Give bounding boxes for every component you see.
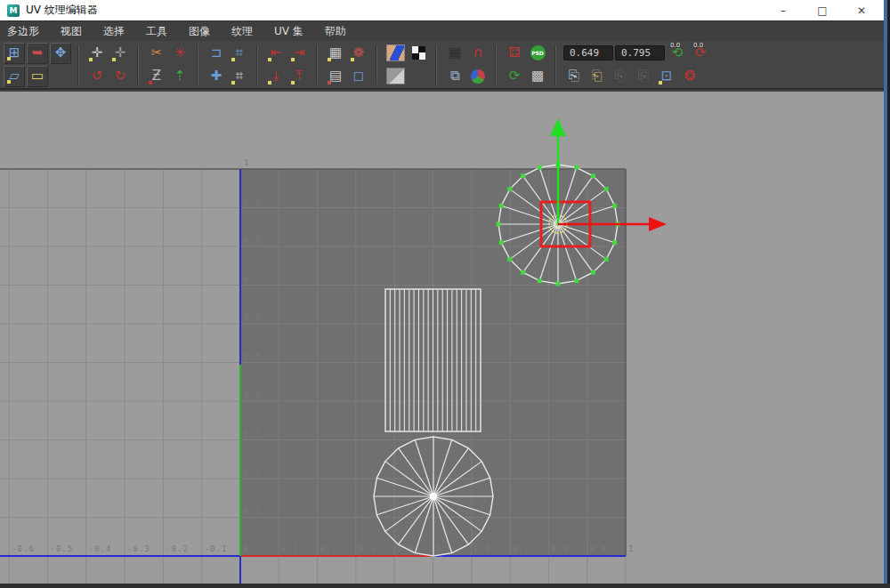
menu-bar: 多边形视图选择工具图像纹理UV 集帮助 (0, 20, 890, 42)
unitize-uvs-icon: ✚ (211, 69, 222, 83)
move-uv-shell-tool-button[interactable]: ✥ (50, 43, 71, 64)
menu-item-7[interactable]: 帮助 (314, 21, 357, 42)
align-uvs-left-button[interactable]: ⇤ (265, 43, 287, 64)
align-uvs-up-button[interactable]: ⤒ (288, 66, 310, 87)
minimize-button[interactable]: – (764, 0, 803, 20)
flip-u-button[interactable]: ✛ (86, 43, 108, 64)
rotate-angle-ccw-button[interactable]: ⟲0.0 (667, 43, 688, 64)
paste-v-button[interactable]: ⎘ (633, 66, 654, 87)
rotate-uvs-cw-button[interactable]: ↻ (109, 66, 131, 87)
cut-uv-edges-icon: ✂ (151, 46, 163, 60)
svg-text:0.2: 0.2 (244, 468, 261, 477)
svg-text:0.3: 0.3 (244, 430, 261, 439)
uv-snapshot-icon: ▩ (531, 69, 544, 83)
accent-dot-icon (231, 58, 235, 61)
angle-value-label: 0.0 (670, 42, 680, 49)
uv-snapshot-button[interactable]: ▩ (527, 66, 548, 87)
svg-text:0.1: 0.1 (244, 507, 261, 516)
split-uvs-button[interactable]: ✳ (169, 43, 190, 64)
accent-dot-icon (268, 81, 271, 85)
display-checkered-button[interactable] (408, 43, 429, 64)
accent-dot-icon (268, 58, 271, 61)
layout-uvs-button[interactable]: ⌗ (229, 66, 250, 87)
move-and-sew-uv-edges-icon: ⇡ (174, 69, 186, 83)
rotate-angle-cw-button[interactable]: ⟳0.0 (690, 43, 711, 64)
cut-uv-edges-button[interactable]: ✂ (146, 43, 167, 64)
svg-text:0: 0 (243, 544, 248, 553)
accent-dot-icon (351, 58, 354, 61)
uv-smudge-tool-button[interactable]: ➥ (27, 43, 48, 64)
menu-item-1[interactable]: 视图 (50, 21, 93, 42)
select-shortest-edge-path-tool-button[interactable]: ▭ (27, 66, 48, 87)
title-bar: M UV 纹理编辑器 – □ ✕ (0, 0, 890, 20)
fold-uvs-button[interactable]: ⊐ (206, 43, 227, 64)
svg-text:0.6: 0.6 (244, 313, 261, 322)
display-checkered-icon (412, 46, 425, 60)
svg-text:-0.5: -0.5 (51, 544, 74, 553)
svg-text:0.9: 0.9 (590, 544, 607, 553)
cycle-uvs-button[interactable]: ❂ (679, 66, 700, 87)
select-shortest-edge-path-tool-icon: ▭ (31, 69, 44, 83)
menu-item-2[interactable]: 选择 (93, 21, 135, 42)
toolbar-separator (375, 45, 379, 85)
menu-item-0[interactable]: 多边形 (0, 21, 50, 42)
uv-lattice-tool-button[interactable]: ⊞ (4, 43, 25, 64)
toolbar-separator (494, 45, 498, 85)
menu-item-4[interactable]: 图像 (178, 21, 221, 42)
relax-uvs-button[interactable]: ❁ (348, 43, 369, 64)
pixel-snap-button[interactable]: ∩ (467, 43, 489, 64)
rotate-uvs-ccw-button[interactable]: ↺ (86, 66, 108, 87)
menu-item-5[interactable]: 纹理 (221, 21, 263, 42)
maximize-button[interactable]: □ (803, 0, 842, 20)
v-coordinate-field[interactable]: 0.795 (615, 45, 665, 60)
align-uvs-down-button[interactable]: ⤓ (265, 66, 287, 87)
accent-dot-icon (231, 81, 235, 85)
copy-uvs-button[interactable]: ⎘ (563, 66, 585, 87)
svg-text:0.1: 0.1 (281, 544, 298, 553)
uv-lattice-flip-button[interactable]: ▱ (4, 66, 25, 87)
dim-image-icon (386, 68, 405, 85)
svg-text:-0.6: -0.6 (12, 544, 35, 553)
svg-text:1: 1 (628, 544, 634, 553)
paste-uvs-button[interactable]: ⎗ (587, 66, 608, 87)
interactive-shading-icon: ⚃ (508, 46, 520, 60)
flip-v-button[interactable]: ✛ (109, 43, 131, 64)
align-uvs-left-icon: ⇤ (271, 46, 282, 60)
display-image-button[interactable] (384, 43, 406, 64)
svg-text:-0.3: -0.3 (127, 544, 150, 553)
warp-image-icon: ▤ (329, 69, 342, 83)
align-uvs-right-button[interactable]: ⇥ (288, 43, 310, 64)
svg-text:-0.1: -0.1 (205, 544, 228, 553)
uv-grid-canvas[interactable]: -0.6-0.5-0.4-0.3-0.2-0.100.10.20.30.40.5… (0, 92, 890, 588)
paste-u-button[interactable]: ⎘ (610, 66, 631, 87)
menu-item-6[interactable]: UV 集 (263, 21, 314, 42)
toggle-filtered-image-button[interactable]: ▦ (444, 43, 465, 64)
warp-image-button[interactable]: ▤ (325, 66, 346, 87)
toolbar: ⊞➥✥▱▭✛✛↺↻✂✳Ƶ⇡⊐⌗✚⌗⇤⇥⤓⤒▦❁▤◻▦∩⧉⚃PSD⟳▩0.6490… (0, 41, 890, 90)
merge-uv-edges-button[interactable]: Ƶ (146, 66, 167, 87)
align-uvs-right-icon: ⇥ (294, 46, 305, 60)
svg-text:0.9: 0.9 (244, 197, 261, 206)
snap-uvs-button[interactable]: ▦ (325, 43, 346, 64)
close-button[interactable]: ✕ (842, 0, 881, 20)
move-and-sew-uv-edges-button[interactable]: ⇡ (169, 66, 190, 87)
unfold-uvs-button[interactable]: ⌗ (229, 43, 250, 64)
menu-item-3[interactable]: 工具 (135, 21, 178, 42)
uv-editor-viewport[interactable]: -0.6-0.5-0.4-0.3-0.2-0.100.10.20.30.40.5… (0, 92, 890, 588)
svg-text:0.8: 0.8 (551, 544, 568, 553)
unfold-uvs-icon: ⌗ (236, 46, 243, 60)
interactive-shading-button[interactable]: ⚃ (504, 43, 525, 64)
copy-uvs-to-uvset-button[interactable]: ⊡ (656, 66, 677, 87)
view-grid-button[interactable]: ⧉ (444, 66, 465, 87)
u-coordinate-field[interactable]: 0.649 (563, 45, 613, 60)
display-rgb-channels-button[interactable] (467, 66, 489, 87)
toggle-filtered-image-icon: ▦ (449, 46, 461, 60)
tile-image-button[interactable]: ◻ (348, 66, 369, 87)
svg-text:0.5: 0.5 (244, 352, 261, 361)
unitize-uvs-button[interactable]: ✚ (206, 66, 227, 87)
accent-dot-icon (112, 58, 116, 61)
force-editor-texture-rebake-button[interactable]: ⟳ (504, 66, 525, 87)
dim-image-button[interactable] (384, 66, 406, 87)
accent-dot-icon (659, 81, 662, 85)
update-psd-networks-button[interactable]: PSD (527, 43, 548, 64)
